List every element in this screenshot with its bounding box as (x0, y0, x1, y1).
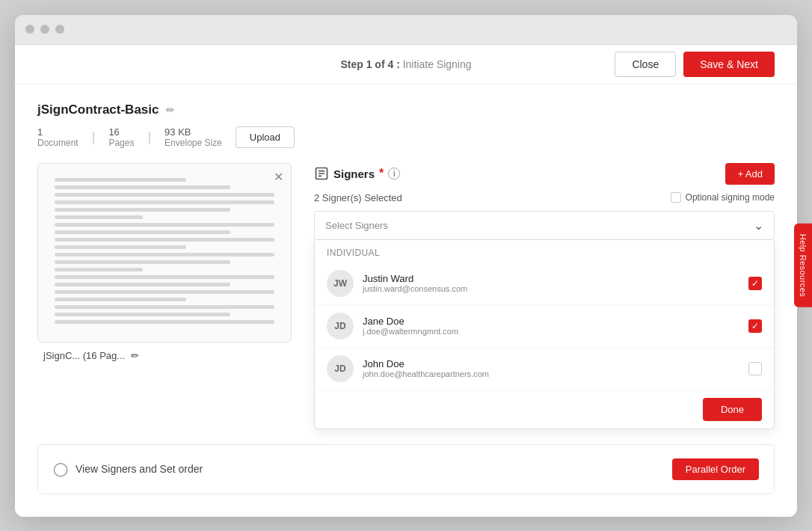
preview-line (55, 245, 186, 249)
required-marker: * (379, 167, 384, 180)
doc-size: 93 KB (164, 126, 222, 138)
preview-line (55, 223, 274, 227)
view-signers-label: ◯ View Signers and Set order (53, 461, 203, 477)
signer-info-jane: Jane Doe j.doe@waltermngmnt.com (363, 316, 739, 336)
preview-line (55, 208, 230, 212)
signers-text: Signers (333, 168, 375, 180)
signer-row[interactable]: JD Jane Doe j.doe@waltermngmnt.com ✓ (315, 305, 774, 348)
signer-row[interactable]: JD John Doe john.doe@healthcarepartners.… (315, 348, 774, 390)
person-icon: ◯ (53, 461, 68, 477)
doc-count: 1 (37, 126, 79, 138)
add-signer-button[interactable]: + Add (725, 163, 775, 185)
signer-row[interactable]: JW Justin Ward justin.ward@consensus.com… (315, 263, 774, 305)
view-signers-text: View Signers and Set order (76, 463, 203, 475)
signer-checkbox-jane[interactable]: ✓ (748, 319, 762, 333)
preview-filename: jSignC... (16 Pag... (43, 350, 125, 361)
preview-line (55, 185, 230, 189)
doc-pages: 16 (108, 126, 134, 138)
preview-line (55, 298, 186, 301)
doc-preview-panel: ✕ (37, 163, 292, 361)
preview-line (55, 178, 186, 182)
preview-line (55, 268, 143, 271)
avatar-jane: JD (327, 313, 354, 340)
done-row: Done (315, 390, 774, 429)
select-signers-placeholder: Select Signers (325, 220, 388, 231)
signer-email-john: john.doe@healthcarepartners.com (363, 369, 739, 378)
preview-line (55, 238, 274, 242)
doc-pages-label: Pages (108, 138, 134, 148)
preview-line (55, 290, 274, 294)
optional-mode-row: Optional signing mode (671, 192, 775, 203)
parallel-order-button[interactable]: Parallel Order (672, 458, 759, 480)
preview-line (55, 215, 143, 219)
preview-line (55, 260, 230, 264)
chevron-down-icon: ⌄ (754, 218, 763, 233)
preview-line (55, 200, 274, 204)
preview-line (55, 193, 274, 197)
doc-preview-label: jSignC... (16 Pag... ✏ (37, 343, 292, 361)
window-dot-1 (25, 25, 34, 34)
step-info: Step 1 of 4 : Initiate Signing (340, 58, 471, 70)
doc-preview-box: ✕ (37, 163, 292, 343)
doc-title: jSignContract-Basic (37, 102, 159, 117)
preview-close-icon[interactable]: ✕ (274, 170, 283, 184)
signer-name-justin: Justin Ward (363, 273, 739, 284)
signers-selected-row: 2 Signer(s) Selected Optional signing mo… (314, 192, 775, 203)
signer-email-justin: justin.ward@consensus.com (363, 284, 739, 293)
step-description: Initiate Signing (403, 58, 472, 70)
two-col-layout: ✕ (37, 163, 775, 429)
upload-button[interactable]: Upload (236, 126, 295, 148)
doc-pages-item: 16 Pages (108, 126, 134, 148)
preview-line (55, 230, 230, 234)
header-buttons: Close Save & Next (615, 52, 775, 77)
preview-doc-lines (47, 175, 282, 331)
divider-2: | (147, 129, 151, 145)
signers-icon (314, 166, 329, 181)
signer-name-john: John Doe (363, 358, 739, 369)
done-button[interactable]: Done (703, 398, 762, 421)
main-content: jSignContract-Basic ✏ 1 Document | 16 Pa… (15, 85, 797, 517)
signer-info-john: John Doe john.doe@healthcarepartners.com (363, 358, 739, 378)
window-dot-3 (55, 25, 64, 34)
close-button[interactable]: Close (615, 52, 676, 77)
preview-line (55, 305, 274, 309)
select-signers-dropdown[interactable]: Select Signers ⌄ (314, 211, 775, 240)
signers-panel: Signers * i + Add 2 Signer(s) Selected O… (314, 163, 775, 429)
preview-line (55, 283, 230, 286)
preview-line (55, 320, 274, 324)
titlebar (15, 15, 797, 45)
divider-1: | (92, 129, 96, 145)
signers-header: Signers * i + Add (314, 163, 775, 185)
signer-checkbox-john[interactable] (748, 362, 762, 375)
preview-line (55, 313, 230, 316)
bottom-panel: ◯ View Signers and Set order Parallel Or… (37, 444, 775, 494)
info-icon[interactable]: i (388, 168, 400, 179)
optional-mode-checkbox[interactable] (671, 192, 681, 203)
signer-info-justin: Justin Ward justin.ward@consensus.com (363, 273, 739, 293)
step-label: Step 1 of 4 : (340, 58, 402, 70)
doc-size-label: Envelope Size (164, 138, 222, 148)
dropdown-panel: Individual JW Justin Ward justin.ward@co… (314, 240, 775, 429)
signer-email-jane: j.doe@waltermngmnt.com (363, 327, 739, 336)
signers-label: Signers * i (314, 166, 400, 181)
avatar-jw: JW (327, 270, 354, 297)
signers-selected-count: 2 Signer(s) Selected (314, 192, 402, 203)
doc-meta: 1 Document | 16 Pages | 93 KB Envelope S… (37, 126, 775, 148)
optional-mode-label: Optional signing mode (686, 192, 775, 203)
save-next-button[interactable]: Save & Next (683, 52, 775, 77)
doc-size-item: 93 KB Envelope Size (164, 126, 222, 148)
help-resources-tab[interactable]: Help Resources (794, 224, 812, 307)
group-label: Individual (315, 240, 774, 263)
edit-title-icon[interactable]: ✏ (166, 104, 175, 116)
window-dot-2 (40, 25, 49, 34)
signer-checkbox-justin[interactable]: ✓ (748, 277, 762, 290)
avatar-john: JD (327, 355, 354, 382)
preview-line (55, 275, 274, 279)
doc-label: Document (37, 138, 79, 148)
doc-count-item: 1 Document (37, 126, 79, 148)
signer-name-jane: Jane Doe (363, 316, 739, 327)
doc-title-row: jSignContract-Basic ✏ (37, 102, 775, 117)
edit-preview-icon[interactable]: ✏ (131, 350, 139, 361)
preview-line (55, 253, 274, 257)
header: Step 1 of 4 : Initiate Signing Close Sav… (15, 45, 797, 85)
